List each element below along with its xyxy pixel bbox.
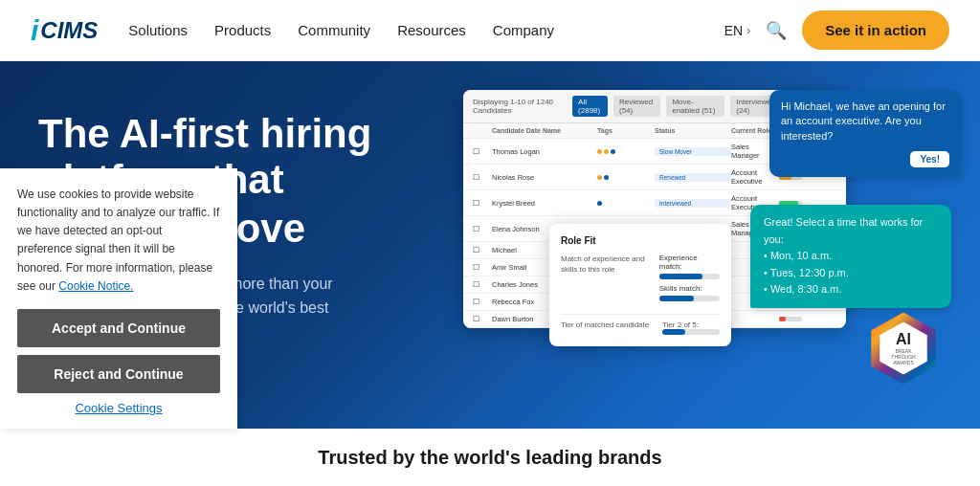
- navbar: i CIMS Solutions Products Community Reso…: [0, 0, 980, 61]
- lang-label: EN: [724, 23, 743, 38]
- tier-bar-bg: [662, 329, 720, 335]
- trusted-section: Trusted by the world's leading brands: [0, 429, 980, 486]
- ui-mockup: Displaying 1-10 of 1240 Candidates All (…: [463, 90, 961, 434]
- skills-bar-fill: [659, 296, 695, 301]
- tab-reviewed[interactable]: Reviewed (54): [613, 96, 660, 117]
- chat-bubble-schedule: Great! Select a time that works for you:…: [750, 205, 951, 308]
- table-header-label: Displaying 1-10 of 1240 Candidates: [473, 98, 561, 115]
- col-name: Candidate Date Name: [492, 127, 597, 134]
- role-fit-description: Match of experience and skills to this r…: [561, 254, 659, 306]
- hexagon-inner: AI BREAKTHROUGHAWARDS: [878, 322, 930, 375]
- cookie-notice-link[interactable]: Cookie Notice.: [58, 279, 133, 293]
- tier-left-label: Tier of matched candidate: [561, 320, 649, 335]
- accept-button[interactable]: Accept and Continue: [17, 309, 220, 347]
- ai-breakthrough-badge: AI BREAKTHROUGHAWARDS: [865, 310, 942, 387]
- logo[interactable]: i CIMS: [31, 14, 98, 47]
- cookie-settings-link[interactable]: Cookie Settings: [17, 401, 220, 415]
- col-status: Status: [655, 127, 731, 134]
- cookie-text: We use cookies to provide website functi…: [17, 186, 220, 296]
- trusted-text: Trusted by the world's leading brands: [318, 447, 661, 469]
- ai-text: AI: [896, 331, 911, 348]
- tier-right-label: Tier 2 of 5:: [662, 320, 720, 329]
- cookie-banner: We use cookies to provide website functi…: [0, 168, 237, 429]
- tier-bar-fill: [662, 329, 685, 335]
- col-tags: Tags: [597, 127, 655, 134]
- tier-row: Tier of matched candidate Tier 2 of 5:: [561, 314, 720, 335]
- search-icon: 🔍: [766, 20, 787, 41]
- chat-schedule-text: Great! Select a time that works for you:…: [764, 216, 923, 295]
- chat-bubble-greeting: Hi Michael, we have an opening for an ac…: [769, 90, 961, 177]
- chat-greeting-text: Hi Michael, we have an opening for an ac…: [781, 100, 946, 142]
- reject-button[interactable]: Reject and Continue: [17, 355, 220, 393]
- search-button[interactable]: 🔍: [766, 20, 787, 41]
- logo-i: i: [31, 14, 38, 47]
- logo-cims: CIMS: [40, 17, 98, 44]
- nav-products[interactable]: Products: [214, 22, 271, 38]
- tab-move-enabled[interactable]: Move-enabled (51): [666, 96, 724, 117]
- skills-bar-bg: [659, 296, 720, 301]
- skills-match-label: Skills match:: [659, 284, 720, 293]
- role-fit-popup: Role Fit Match of experience and skills …: [549, 224, 731, 346]
- tier-right: Tier 2 of 5:: [662, 320, 720, 335]
- nav-community[interactable]: Community: [298, 22, 370, 38]
- language-selector[interactable]: EN ›: [724, 23, 750, 38]
- experience-bar-fill: [659, 274, 703, 279]
- chevron-down-icon: ›: [746, 24, 750, 37]
- nav-links: Solutions Products Community Resources C…: [128, 22, 724, 38]
- nav-solutions[interactable]: Solutions: [128, 22, 188, 38]
- chat-yes-button[interactable]: Yes!: [910, 151, 949, 167]
- role-fit-bars: Experience match: Skills match:: [659, 254, 720, 306]
- breakthrough-text: BREAKTHROUGHAWARDS: [891, 348, 915, 365]
- experience-match-label: Experience match:: [659, 254, 720, 271]
- role-fit-content: Match of experience and skills to this r…: [561, 254, 720, 306]
- role-fit-title: Role Fit: [561, 235, 720, 246]
- nav-company[interactable]: Company: [493, 22, 554, 38]
- experience-bar-bg: [659, 274, 720, 279]
- nav-right: EN › 🔍 See it in action: [724, 11, 949, 50]
- col-check: [473, 127, 492, 134]
- nav-resources[interactable]: Resources: [397, 22, 466, 38]
- hexagon-outer: AI BREAKTHROUGHAWARDS: [868, 313, 940, 385]
- tab-all[interactable]: All (2898): [572, 96, 608, 117]
- see-it-in-action-button[interactable]: See it in action: [802, 11, 949, 50]
